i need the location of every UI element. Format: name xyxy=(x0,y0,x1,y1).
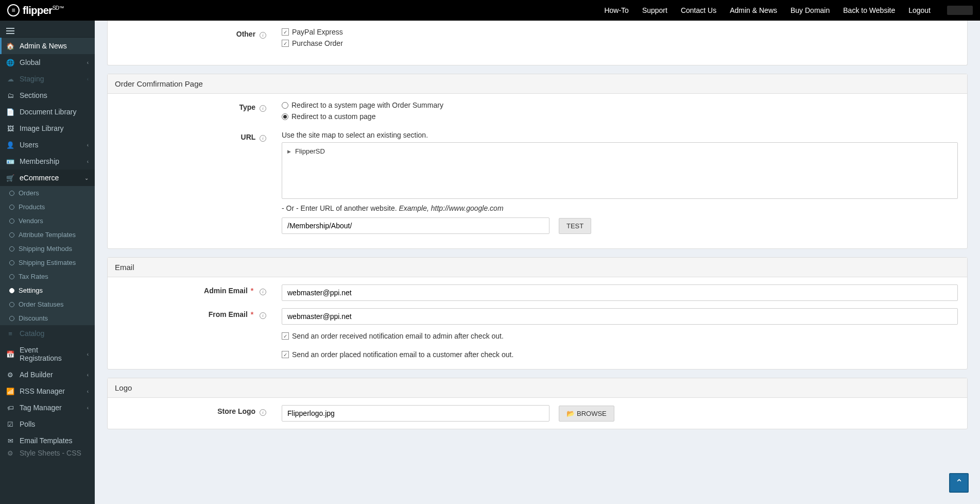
ecommerce-submenu: Orders Products Vendors Attribute Templa… xyxy=(0,186,95,325)
sub-orders[interactable]: Orders xyxy=(0,186,95,200)
browse-button[interactable]: 📂BROWSE xyxy=(559,406,614,422)
sidebar-item-sections[interactable]: 🗂Sections xyxy=(0,87,95,104)
sidebar-item-global[interactable]: 🌐Global ‹ xyxy=(0,54,95,71)
brand-logo[interactable]: ≡ flipperSD™ xyxy=(7,4,64,16)
sidebar-item-tag-manager[interactable]: 🏷Tag Manager ‹ xyxy=(0,399,95,416)
cloud-icon: ☁ xyxy=(6,75,14,83)
nav-buy-domain[interactable]: Buy Domain xyxy=(790,6,830,14)
sections-icon: 🗂 xyxy=(6,92,14,99)
tree-root-node[interactable]: ▶ FlipperSD xyxy=(287,146,952,157)
chevron-left-icon: ‹ xyxy=(87,389,89,394)
panel-header-order-confirmation: Order Comfirmation Page xyxy=(108,74,967,94)
info-icon[interactable]: i xyxy=(260,289,266,295)
envelope-icon: ✉ xyxy=(6,437,14,445)
sidebar-item-admin-news[interactable]: 🏠Admin & News xyxy=(0,38,95,54)
sub-shipping-estimates[interactable]: Shipping Estimates xyxy=(0,256,95,270)
sidebar-item-document-library[interactable]: 📄Document Library xyxy=(0,104,95,120)
input-from-email[interactable] xyxy=(282,308,958,325)
checkbox-paypal-express[interactable] xyxy=(282,28,289,36)
sub-shipping-methods[interactable]: Shipping Methods xyxy=(0,242,95,256)
input-redirect-url[interactable] xyxy=(282,217,549,234)
label-notify-admin: Send an order received notification emai… xyxy=(292,332,504,340)
nav-logout[interactable]: Logout xyxy=(908,6,931,14)
sidebar-item-event-registrations[interactable]: 📅Event Registrations ‹ xyxy=(0,342,95,366)
info-icon[interactable]: i xyxy=(260,312,266,319)
chevron-left-icon: ‹ xyxy=(87,76,89,82)
label-store-logo: Store Logo i xyxy=(117,405,282,416)
input-store-logo[interactable] xyxy=(282,405,549,422)
info-icon[interactable]: i xyxy=(260,105,266,112)
nav-contact-us[interactable]: Contact Us xyxy=(681,6,716,14)
sidebar-item-users[interactable]: 👤Users ‹ xyxy=(0,137,95,153)
publisher-logo xyxy=(947,6,973,15)
logo-icon: ≡ xyxy=(7,4,20,16)
site-map-tree[interactable]: ▶ FlipperSD xyxy=(282,142,958,199)
sub-products[interactable]: Products xyxy=(0,200,95,214)
sidebar-item-staging[interactable]: ☁Staging ‹ xyxy=(0,71,95,87)
tag-icon: 🏷 xyxy=(6,404,14,412)
sidebar-item-membership[interactable]: 🪪Membership ‹ xyxy=(0,153,95,170)
chevron-left-icon: ‹ xyxy=(87,142,89,148)
gear-icon: ⚙ xyxy=(6,371,14,379)
sub-vendors[interactable]: Vendors xyxy=(0,214,95,228)
sidebar-toggle[interactable] xyxy=(0,21,95,38)
document-icon: 📄 xyxy=(6,108,14,116)
user-icon: 👤 xyxy=(6,141,14,149)
chevron-left-icon: ‹ xyxy=(87,405,89,411)
radio-custom-page[interactable] xyxy=(282,113,288,120)
checkbox-purchase-order[interactable] xyxy=(282,40,289,47)
cart-icon: 🛒 xyxy=(6,174,14,182)
sidebar-item-image-library[interactable]: 🖼Image Library xyxy=(0,120,95,137)
sub-tax-rates[interactable]: Tax Rates xyxy=(0,270,95,283)
sidebar-item-polls[interactable]: ☑Polls xyxy=(0,416,95,432)
panel-header-email: Email xyxy=(108,258,967,277)
id-card-icon: 🪪 xyxy=(6,158,14,165)
radio-system-page[interactable] xyxy=(282,102,288,109)
label-radio-custom-page: Redirect to a custom page xyxy=(291,112,375,121)
sub-attribute-templates[interactable]: Attribute Templates xyxy=(0,228,95,242)
panel-payment-other: Other i PayPal Express Purchase Order xyxy=(107,21,968,65)
tree-caret-icon[interactable]: ▶ xyxy=(287,149,291,154)
info-icon[interactable]: i xyxy=(260,32,266,39)
sidebar-item-rss-manager[interactable]: 📶RSS Manager ‹ xyxy=(0,383,95,399)
chevron-down-icon: ⌄ xyxy=(84,175,89,181)
sidebar-item-email-templates[interactable]: ✉Email Templates xyxy=(0,432,95,449)
sidebar-item-ecommerce[interactable]: 🛒eCommerce ⌄ xyxy=(0,170,95,186)
hint-or-enter-url: - Or - Enter URL of another website. Exa… xyxy=(282,204,958,212)
input-admin-email[interactable] xyxy=(282,284,958,301)
info-icon[interactable]: i xyxy=(260,135,266,142)
home-icon: 🏠 xyxy=(6,42,14,50)
list-icon: ≡ xyxy=(6,330,14,338)
sub-settings[interactable]: Settings xyxy=(0,283,95,297)
panel-logo: Logo Store Logo i 📂BROWSE xyxy=(107,378,968,429)
top-links: How-To Support Contact Us Admin & News B… xyxy=(604,6,973,15)
sidebar-item-style-sheets[interactable]: ⚙Style Sheets - CSS xyxy=(0,449,95,457)
scroll-to-top-button[interactable]: ⌃ xyxy=(949,473,969,493)
hint-site-map: Use the site map to select an existing s… xyxy=(282,131,958,139)
label-type: Type i xyxy=(117,101,282,112)
info-icon[interactable]: i xyxy=(260,409,266,416)
panel-email: Email Admin Email * i From Email * i xyxy=(107,257,968,369)
nav-admin-news[interactable]: Admin & News xyxy=(730,6,777,14)
rss-icon: 📶 xyxy=(6,388,14,395)
checkbox-notify-customer[interactable] xyxy=(282,351,289,358)
chevron-up-icon: ⌃ xyxy=(955,477,963,489)
test-button[interactable]: TEST xyxy=(559,218,591,234)
sidebar-item-ad-builder[interactable]: ⚙Ad Builder ‹ xyxy=(0,366,95,383)
image-icon: 🖼 xyxy=(6,125,14,132)
nav-back-to-website[interactable]: Back to Website xyxy=(843,6,895,14)
sidebar-item-catalog[interactable]: ≡Catalog xyxy=(0,325,95,342)
check-icon: ☑ xyxy=(6,421,14,428)
chevron-left-icon: ‹ xyxy=(87,60,89,65)
sub-discounts[interactable]: Discounts xyxy=(0,311,95,325)
nav-how-to[interactable]: How-To xyxy=(604,6,628,14)
checkbox-notify-admin[interactable] xyxy=(282,332,289,340)
label-url: URL i xyxy=(117,131,282,142)
main-content: Other i PayPal Express Purchase Order xyxy=(95,21,980,504)
top-navbar: ≡ flipperSD™ How-To Support Contact Us A… xyxy=(0,0,980,21)
sub-order-statuses[interactable]: Order Statuses xyxy=(0,297,95,311)
nav-support[interactable]: Support xyxy=(642,6,667,14)
label-radio-system-page: Redirect to a system page with Order Sum… xyxy=(291,101,443,109)
label-paypal-express: PayPal Express xyxy=(292,28,343,36)
chevron-left-icon: ‹ xyxy=(87,159,89,164)
